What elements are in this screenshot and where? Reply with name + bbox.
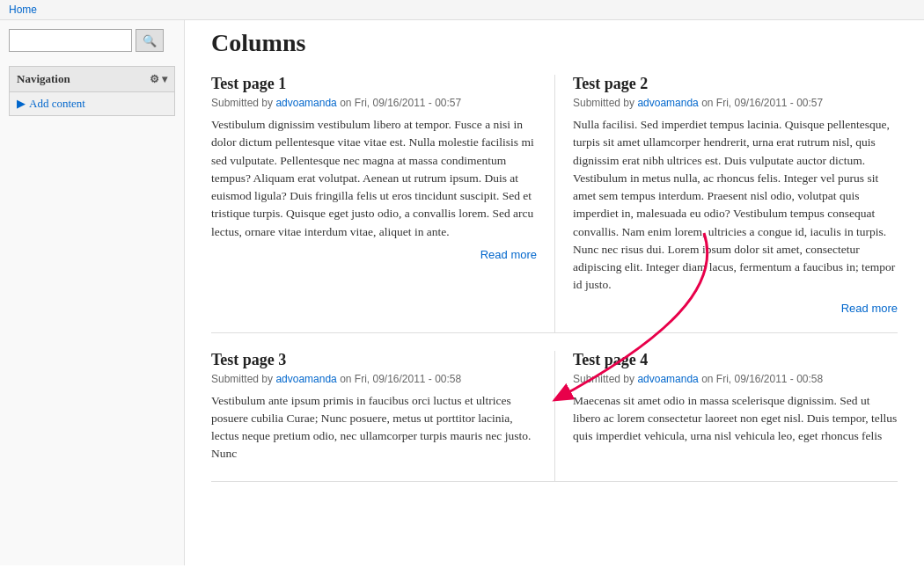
article-2-meta: Submitted by advoamanda on Fri, 09/16/20…: [573, 97, 898, 109]
article-2-read-more[interactable]: Read more: [573, 302, 898, 315]
add-content-label: Add content: [29, 97, 85, 111]
triangle-icon: ▶: [17, 97, 26, 111]
articles-area: Test page 1 Submitted by advoamanda on F…: [211, 75, 898, 499]
search-input[interactable]: [9, 29, 132, 52]
search-button[interactable]: 🔍: [136, 29, 164, 52]
breadcrumb-home[interactable]: Home: [9, 4, 37, 16]
article-3: Test page 3 Submitted by advoamanda on F…: [211, 351, 554, 482]
gear-icon[interactable]: ⚙ ▾: [150, 73, 167, 86]
search-area: 🔍: [9, 29, 175, 52]
columns-grid: Test page 1 Submitted by advoamanda on F…: [211, 75, 898, 499]
navigation-block: Navigation ⚙ ▾ ▶ Add content: [9, 66, 175, 116]
article-2: Test page 2 Submitted by advoamanda on F…: [554, 75, 898, 333]
article-2-author[interactable]: advoamanda: [637, 97, 698, 109]
article-1-meta: Submitted by advoamanda on Fri, 09/16/20…: [211, 97, 537, 109]
article-3-author[interactable]: advoamanda: [275, 373, 336, 385]
main-content: Columns Test page 1 Submitted by advoama…: [185, 20, 924, 565]
sidebar: 🔍 Navigation ⚙ ▾ ▶ Add content: [0, 20, 185, 565]
article-3-title: Test page 3: [211, 351, 537, 369]
article-4: Test page 4 Submitted by advoamanda on F…: [554, 351, 898, 482]
article-4-author[interactable]: advoamanda: [637, 373, 698, 385]
sidebar-item-add-content[interactable]: ▶ Add content: [10, 92, 174, 115]
article-3-body: Vestibulum ante ipsum primis in faucibus…: [211, 392, 537, 463]
nav-header: Navigation ⚙ ▾: [10, 67, 174, 92]
article-1-body: Vestibulum dignissim vestibulum libero a…: [211, 116, 537, 241]
article-2-body: Nulla facilisi. Sed imperdiet tempus lac…: [573, 116, 898, 295]
article-1: Test page 1 Submitted by advoamanda on F…: [211, 75, 554, 333]
article-4-meta: Submitted by advoamanda on Fri, 09/16/20…: [573, 373, 898, 385]
nav-title: Navigation: [17, 72, 70, 86]
breadcrumb-bar: Home: [0, 0, 924, 20]
article-1-author[interactable]: advoamanda: [275, 97, 336, 109]
article-2-title: Test page 2: [573, 75, 898, 93]
article-1-title: Test page 1: [211, 75, 537, 93]
article-3-meta: Submitted by advoamanda on Fri, 09/16/20…: [211, 373, 537, 385]
article-1-read-more[interactable]: Read more: [211, 248, 537, 261]
article-4-body: Maecenas sit amet odio in massa sceleris…: [573, 392, 898, 446]
page-title: Columns: [211, 29, 898, 57]
article-4-title: Test page 4: [573, 351, 898, 369]
